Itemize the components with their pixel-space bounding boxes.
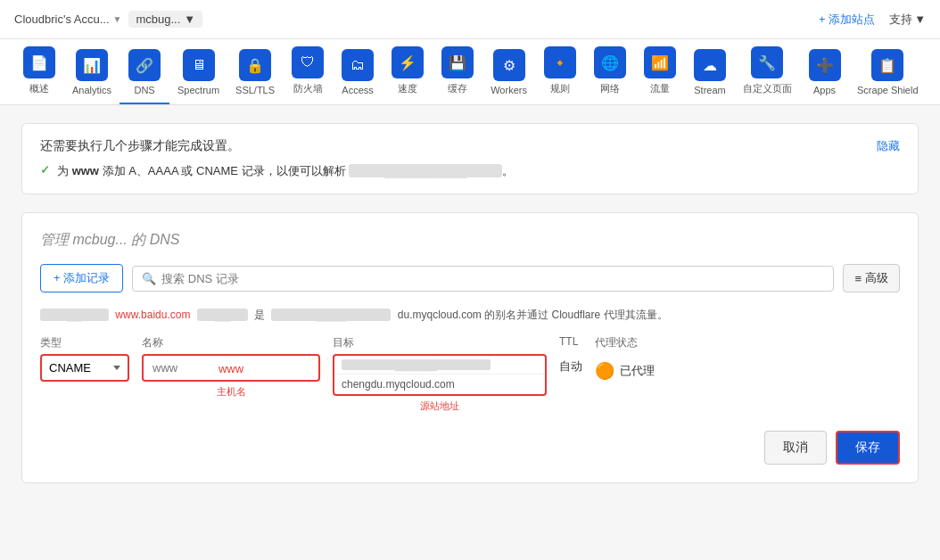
nav-label-firewall: 防火墙 bbox=[293, 82, 323, 95]
nav-item-cache[interactable]: 💾 缓存 bbox=[433, 46, 482, 104]
nav-item-stream[interactable]: ☁ Stream bbox=[685, 49, 735, 104]
nav-label-ssl: SSL/TLS bbox=[235, 85, 275, 95]
proxy-status-text: 已代理 bbox=[620, 363, 655, 379]
name-input[interactable] bbox=[142, 354, 320, 382]
save-button[interactable]: 保存 bbox=[836, 431, 900, 465]
cancel-button[interactable]: 取消 bbox=[764, 431, 827, 465]
search-input[interactable] bbox=[161, 272, 824, 285]
domain-label: mcbug... bbox=[136, 12, 180, 26]
stream-icon: ☁ bbox=[694, 49, 726, 81]
nav-item-ssl[interactable]: 🔒 SSL/TLS bbox=[227, 49, 283, 104]
dns-toolbar: + 添加记录 🔍 ≡ 高级 bbox=[40, 264, 900, 292]
cache-icon: 💾 bbox=[441, 46, 474, 78]
firewall-icon: 🛡 bbox=[292, 46, 324, 78]
domain-chevron-icon: ▼ bbox=[184, 12, 195, 26]
nav-label-speed: 速度 bbox=[398, 82, 417, 95]
account-label: Cloudbric's Accu... bbox=[14, 12, 110, 26]
target-field-group: 目标 ██████ chengdu.myqcloud.com 源站地址 bbox=[333, 335, 547, 413]
nav-item-firewall[interactable]: 🛡 防火墙 bbox=[283, 46, 333, 104]
ttl-value: 自动 bbox=[559, 351, 582, 375]
top-bar-right: + 添加站点 支持 ▼ bbox=[819, 12, 926, 28]
nav-label-access: Access bbox=[342, 85, 373, 95]
type-select[interactable]: CNAME A AAAA MX TXT bbox=[40, 354, 129, 382]
advanced-label: 高级 bbox=[865, 270, 888, 286]
nav-label-network: 网络 bbox=[600, 82, 620, 95]
overview-icon: 📄 bbox=[23, 46, 55, 78]
alert-box: 还需要执行几个步骤才能完成设置。 ✓ 为 www 添加 A、AAAA 或 CNA… bbox=[21, 123, 919, 194]
network-icon: 🌐 bbox=[594, 46, 626, 78]
name-field-group: 名称 www 主机名 bbox=[142, 335, 320, 399]
ttl-field-group: TTL 自动 bbox=[559, 335, 582, 375]
alert-item: ✓ 为 www 添加 A、AAAA 或 CNAME 记录，以便可以解析 ████… bbox=[40, 163, 900, 179]
search-icon: 🔍 bbox=[142, 272, 156, 285]
speed-icon: ⚡ bbox=[392, 46, 424, 78]
support-button[interactable]: 支持 ▼ bbox=[889, 12, 926, 28]
account-chevron-icon: ▼ bbox=[113, 14, 122, 24]
proxy-cloud-icon: 🟠 bbox=[595, 361, 614, 381]
top-bar: Cloudbric's Accu... ▼ mcbug... ▼ + 添加站点 … bbox=[0, 0, 940, 39]
alert-item-text: 为 www 添加 A、AAAA 或 CNAME 记录，以便可以解析 ██████… bbox=[57, 163, 514, 179]
nav-item-network[interactable]: 🌐 网络 bbox=[585, 46, 635, 104]
nav-label-spectrum: Spectrum bbox=[177, 85, 219, 95]
nav-item-overview[interactable]: 📄 概述 bbox=[14, 46, 64, 104]
action-row: 取消 保存 bbox=[40, 431, 900, 465]
ttl-label: TTL bbox=[559, 335, 582, 348]
name-input-wrap: www bbox=[142, 354, 320, 382]
nav-label-rules: 规则 bbox=[550, 82, 570, 95]
dns-section: 管理 mcbug... 的 DNS + 添加记录 🔍 ≡ 高级 ██ www.b… bbox=[21, 212, 919, 483]
target-label: 目标 bbox=[333, 335, 547, 350]
nav-label-traffic: 流量 bbox=[650, 82, 670, 95]
nav-item-dns[interactable]: 🔗 DNS bbox=[120, 49, 169, 104]
alert-hide-button[interactable]: 隐藏 bbox=[877, 138, 900, 154]
apps-icon: ➕ bbox=[809, 49, 841, 81]
type-field-group: 类型 CNAME A AAAA MX TXT bbox=[40, 335, 129, 382]
nav-item-scrape[interactable]: 📋 Scrape Shield bbox=[850, 49, 926, 104]
target-sublabel: 源站地址 bbox=[333, 399, 547, 413]
advanced-button[interactable]: ≡ 高级 bbox=[843, 264, 900, 292]
dns-info-text: du.myqcloud.com 的别名并通过 Cloudflare 代理其流量。 bbox=[398, 309, 668, 321]
nav-label-analytics: Analytics bbox=[72, 85, 111, 95]
traffic-icon: 📶 bbox=[644, 46, 676, 78]
proxy-field-group: 代理状态 🟠 已代理 bbox=[595, 335, 655, 381]
name-sublabel: 主机名 bbox=[142, 385, 320, 399]
dns-record-form: 类型 CNAME A AAAA MX TXT 名称 www 主机名 bbox=[40, 335, 900, 413]
alert-title: 还需要执行几个步骤才能完成设置。 bbox=[40, 138, 900, 154]
support-chevron-icon: ▼ bbox=[914, 12, 926, 26]
nav-item-access[interactable]: 🗂 Access bbox=[333, 49, 383, 104]
top-bar-left: Cloudbric's Accu... ▼ mcbug... ▼ bbox=[14, 11, 202, 28]
account-selector[interactable]: Cloudbric's Accu... ▼ bbox=[14, 12, 121, 26]
analytics-icon: 📊 bbox=[76, 49, 108, 81]
nav-item-apps[interactable]: ➕ Apps bbox=[800, 49, 850, 104]
icon-nav-row: 📄 概述 📊 Analytics 🔗 DNS 🖥 Spectrum 🔒 SSL/… bbox=[14, 46, 926, 104]
nav-label-workers: Workers bbox=[491, 85, 527, 95]
list-icon: ≡ bbox=[854, 272, 862, 285]
check-icon: ✓ bbox=[40, 163, 50, 177]
dns-title: 管理 mcbug... 的 DNS bbox=[40, 231, 900, 250]
domain-selector[interactable]: mcbug... ▼ bbox=[128, 11, 202, 28]
nav-label-dns: DNS bbox=[134, 85, 154, 95]
add-site-button[interactable]: + 添加站点 bbox=[819, 12, 875, 28]
proxy-value: 🟠 已代理 bbox=[595, 354, 655, 381]
nav-item-rules[interactable]: 🔸 规则 bbox=[535, 46, 585, 104]
scrape-icon: 📋 bbox=[871, 49, 903, 81]
nav-item-spectrum[interactable]: 🖥 Spectrum bbox=[169, 49, 227, 104]
nav-item-speed[interactable]: ⚡ 速度 bbox=[383, 46, 433, 104]
main-content: 还需要执行几个步骤才能完成设置。 ✓ 为 www 添加 A、AAAA 或 CNA… bbox=[0, 105, 940, 501]
access-icon: 🗂 bbox=[342, 49, 374, 81]
nav-item-traffic[interactable]: 📶 流量 bbox=[635, 46, 685, 104]
nav-item-pages[interactable]: 🔧 自定义页面 bbox=[735, 46, 800, 104]
add-record-button[interactable]: + 添加记录 bbox=[40, 264, 123, 292]
nav-label-overview: 概述 bbox=[29, 82, 49, 95]
nav-item-analytics[interactable]: 📊 Analytics bbox=[64, 49, 120, 104]
workers-icon: ⚙ bbox=[493, 49, 525, 81]
target-input-top: ██████ bbox=[334, 356, 545, 375]
proxy-label: 代理状态 bbox=[595, 335, 655, 350]
target-input-wrap[interactable]: ██████ chengdu.myqcloud.com bbox=[333, 354, 547, 396]
nav-label-pages: 自定义页面 bbox=[743, 82, 792, 95]
dns-info: ██ www.baidu.com ██ 是 ████ du.myqcloud.c… bbox=[40, 307, 900, 323]
name-label: 名称 bbox=[142, 335, 320, 350]
ssl-icon: 🔒 bbox=[239, 49, 271, 81]
spectrum-icon: 🖥 bbox=[183, 49, 215, 81]
nav-item-workers[interactable]: ⚙ Workers bbox=[482, 49, 535, 104]
target-input-bottom: chengdu.myqcloud.com bbox=[334, 375, 545, 394]
